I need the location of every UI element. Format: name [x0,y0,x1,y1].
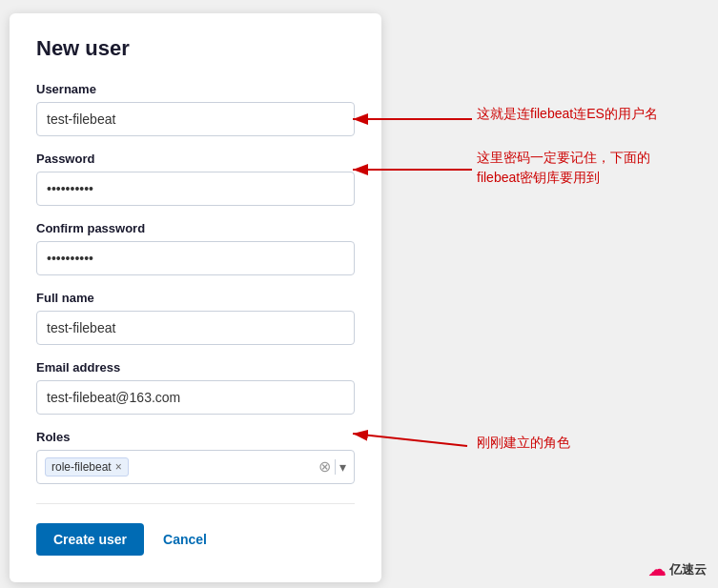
username-label: Username [36,82,355,96]
role-tag-label: role-filebeat [51,460,112,474]
password-label: Password [36,152,355,166]
username-input[interactable] [36,102,355,136]
roles-controls: ⊗ ▾ [318,459,346,475]
watermark: ☁ 亿速云 [648,559,707,580]
create-user-button[interactable]: Create user [36,523,144,556]
roles-label: Roles [36,430,355,444]
confirm-password-label: Confirm password [36,221,355,235]
username-group: Username [36,82,355,136]
roles-clear-button[interactable]: ⊗ [318,459,331,475]
roles-input-wrapper[interactable]: role-filebeat × ⊗ ▾ [36,450,355,484]
fullname-input[interactable] [36,311,355,345]
email-label: Email address [36,360,355,375]
email-group: Email address [36,360,355,415]
watermark-icon: ☁ [648,559,666,580]
confirm-password-input[interactable] [36,241,355,275]
cancel-button[interactable]: Cancel [159,523,211,556]
page-title: New user [36,36,355,61]
email-input[interactable] [36,380,355,415]
password-group: Password [36,152,355,206]
fullname-group: Full name [36,291,355,345]
password-input[interactable] [36,172,355,206]
roles-group: Roles role-filebeat × ⊗ ▾ [36,430,355,484]
actions-row: Create user Cancel [36,523,355,556]
modal-card: New user Username Password Confirm passw… [10,13,381,582]
roles-annotation: 刚刚建立的角色 [477,434,570,453]
fullname-label: Full name [36,291,355,305]
password-annotation: 这里密码一定要记住，下面的filebeat密钥库要用到 [477,148,650,188]
page-wrapper: New user Username Password Confirm passw… [0,0,718,588]
role-tag-remove-button[interactable]: × [115,461,122,473]
username-annotation: 这就是连filebeat连ES的用户名 [477,105,658,124]
confirm-password-group: Confirm password [36,221,355,275]
password-annotation-text: 这里密码一定要记住，下面的filebeat密钥库要用到 [477,150,650,185]
roles-dropdown-button[interactable]: ▾ [339,459,346,475]
role-tag: role-filebeat × [45,457,129,476]
roles-divider [335,459,336,475]
form-divider [36,503,355,504]
watermark-text: 亿速云 [669,561,707,578]
